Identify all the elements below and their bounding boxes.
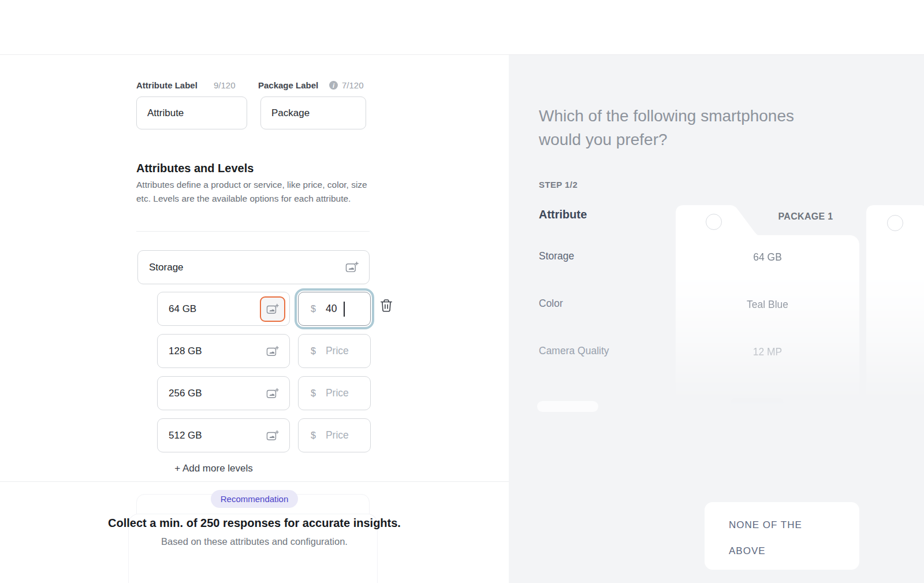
preview-row-label-camera: Camera Quality — [539, 345, 609, 357]
level-3-price-input[interactable] — [326, 387, 360, 399]
level-2-price-input[interactable] — [326, 345, 360, 357]
level-1-price-field: $ — [298, 292, 371, 326]
info-icon[interactable]: i — [329, 81, 338, 90]
attribute-name-input[interactable] — [138, 262, 345, 273]
attribute-name-field — [137, 250, 370, 284]
package-1-radio[interactable] — [706, 214, 722, 230]
level-4-name-input[interactable] — [158, 430, 266, 441]
modal-header — [0, 0, 924, 55]
text-caret — [344, 302, 345, 317]
attribute-label-input[interactable] — [136, 96, 247, 129]
currency-symbol: $ — [311, 304, 316, 314]
level-1-add-image-button[interactable] — [260, 296, 285, 322]
preview-question: Which of the following smartphones would… — [539, 104, 825, 151]
add-image-icon[interactable] — [266, 388, 279, 399]
recommendation-badge: Recommendation — [211, 490, 299, 508]
add-image-icon — [266, 303, 279, 315]
level-1-name-input[interactable] — [158, 303, 260, 315]
package-label-caption: Package Label — [258, 80, 318, 90]
footer-divider — [0, 481, 509, 482]
attributes-levels-heading: Attributes and Levels — [136, 162, 254, 175]
currency-symbol: $ — [311, 430, 316, 441]
level-4-name-field — [157, 418, 290, 452]
level-4-price-input[interactable] — [326, 429, 360, 441]
package-1-card[interactable]: 64 GB Teal Blue 12 MP — [676, 235, 859, 410]
preview-row-label-storage: Storage — [539, 250, 574, 262]
package-1-camera-value: 12 MP — [676, 346, 859, 358]
currency-symbol: $ — [311, 346, 316, 357]
delete-level-button[interactable] — [379, 298, 394, 315]
level-3-price-field: $ — [298, 376, 371, 410]
add-image-icon[interactable] — [345, 261, 359, 273]
package-2-radio[interactable] — [887, 215, 903, 231]
level-1-price-input[interactable] — [326, 303, 343, 315]
level-2-price-field: $ — [298, 334, 371, 368]
package-label-counter: 7/120 — [342, 80, 364, 90]
add-image-icon[interactable] — [266, 346, 279, 357]
section-divider — [136, 231, 370, 232]
package-2-card[interactable] — [866, 235, 924, 410]
attribute-label-caption: Attribute Label — [136, 80, 198, 90]
none-of-the-above-option[interactable]: NONE OF THE ABOVE — [705, 502, 859, 570]
preview-row-label-color: Color — [539, 298, 563, 310]
level-3-name-field — [157, 376, 290, 410]
recommendation-subtitle: Based on these attributes and configurat… — [0, 536, 509, 547]
attributes-levels-description: Attributes define a product or service, … — [136, 178, 368, 206]
conjoint-analysis-modal: Which of the following smartphones would… — [0, 0, 924, 583]
skeleton-placeholder — [537, 401, 598, 412]
package-label-input[interactable] — [260, 96, 366, 129]
package-1-storage-value: 64 GB — [676, 251, 859, 263]
level-4-price-field: $ — [298, 418, 371, 452]
preview-attribute-header: Attribute — [539, 208, 587, 221]
level-3-name-input[interactable] — [158, 388, 266, 399]
package-1-color-value: Teal Blue — [676, 299, 859, 311]
package-1-title: PACKAGE 1 — [752, 211, 859, 222]
attribute-label-counter: 9/120 — [214, 80, 236, 90]
recommendation-title: Collect a min. of 250 responses for accu… — [0, 517, 509, 530]
skeleton-placeholder — [731, 398, 784, 409]
none-of-the-above-label: NONE OF THE ABOVE — [729, 512, 815, 564]
level-2-name-input[interactable] — [158, 346, 266, 357]
level-1-name-field — [157, 292, 290, 326]
level-2-name-field — [157, 334, 290, 368]
currency-symbol: $ — [311, 388, 316, 399]
add-more-levels-button[interactable]: + Add more levels — [144, 463, 283, 474]
add-image-icon[interactable] — [266, 430, 279, 441]
recommendation-badge-wrap: Recommendation — [0, 490, 509, 508]
step-indicator: STEP 1/2 — [539, 180, 578, 190]
